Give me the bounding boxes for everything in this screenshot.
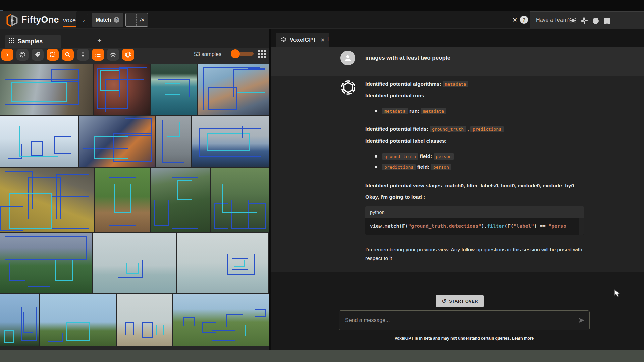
search-button[interactable]	[62, 49, 74, 61]
app-header: FiftyOne voxelgpt › Match ? ⋯ ✕ › ✕ ? Ha…	[0, 11, 644, 29]
sample-tile-man-outdoors-photo[interactable]	[151, 168, 210, 232]
sample-tile-stadium-batter-photo[interactable]	[0, 233, 92, 293]
learn-more-link[interactable]: Learn more	[512, 336, 534, 341]
sample-tile-crowd-heads-photo[interactable]	[211, 168, 269, 232]
detection-box	[237, 92, 265, 111]
field-chip: predictions	[470, 126, 504, 132]
view-stage-link[interactable]: exclude_by0	[543, 183, 574, 188]
brand-title: FiftyOne	[21, 15, 59, 25]
detection-box	[19, 126, 58, 156]
github-icon[interactable]	[592, 17, 600, 25]
detection-box	[255, 309, 266, 317]
help-icon[interactable]: ?	[520, 16, 528, 24]
sample-tile-beach-people-photo[interactable]	[117, 294, 172, 346]
detection-box	[5, 236, 87, 260]
grid-row	[0, 294, 269, 346]
grid-row	[0, 116, 269, 167]
detection-box	[212, 330, 235, 341]
field-list-button[interactable]	[92, 49, 104, 61]
view-stage-link[interactable]: filter_labels0	[466, 183, 498, 188]
sidebar-toggle-button[interactable]: ›	[1, 49, 13, 61]
sample-tile-crosswalk-crowd-photo[interactable]	[0, 168, 94, 232]
sample-tile-field-bench-photo[interactable]	[40, 294, 116, 346]
detection-box	[28, 257, 50, 287]
match-stage-button[interactable]: Match ?	[92, 13, 123, 27]
similarity-sort-button[interactable]	[77, 49, 89, 61]
class-bullet: ground_truth field: person	[375, 152, 587, 161]
code-line[interactable]: view.match(F("ground_truth.detections").…	[365, 218, 584, 235]
detection-box	[165, 83, 181, 95]
send-message-icon[interactable]	[574, 317, 589, 324]
right-tab-bar: VoxelGPT ✕ +	[271, 29, 644, 47]
view-stages-links: match0, filter_labels0, limit0, exclude0…	[445, 183, 574, 188]
detection-box	[234, 260, 245, 267]
stage-options-button[interactable]: ⋯	[125, 13, 137, 27]
sample-tile-family-laptop-photo[interactable]	[198, 64, 269, 115]
tab-voxelgpt-label: VoxelGPT	[290, 37, 316, 43]
grid-row	[0, 64, 269, 115]
zoom-slider-handle[interactable]	[231, 49, 240, 58]
sample-tile-standing-woman-photo[interactable]	[156, 116, 191, 167]
gpt-message-row: Identified potential algorithms: metadat…	[271, 76, 644, 272]
message-input[interactable]	[339, 317, 574, 323]
color-palette-button[interactable]	[16, 49, 29, 61]
code-language-label: python	[365, 206, 584, 218]
user-avatar	[340, 51, 355, 65]
chat-bottom-zone: ↺ START OVER VoxelGPT is in beta and may…	[271, 272, 644, 350]
add-stage-button[interactable]: ›	[80, 14, 88, 26]
add-right-panel-button[interactable]: +	[326, 35, 330, 43]
fiftyone-logo[interactable]	[5, 13, 19, 28]
user-message-text: images with at least two people	[365, 55, 450, 61]
detection-box	[114, 184, 130, 213]
gpt-avatar-openai-icon	[340, 79, 357, 96]
sample-tile-boat-photo[interactable]	[151, 64, 197, 115]
code-scrollbar[interactable]	[579, 218, 584, 235]
tag-button[interactable]	[32, 49, 44, 61]
detection-box	[167, 122, 180, 137]
field-chip: ground_truth	[430, 126, 466, 132]
close-viewbar-icon[interactable]: ✕	[512, 16, 517, 24]
settings-gear-button[interactable]	[107, 49, 119, 61]
memory-note: I'm remembering your previous view. Any …	[365, 245, 583, 263]
sample-tile-sky-trees-photo[interactable]	[0, 294, 39, 346]
tab-voxelgpt[interactable]: VoxelGPT ✕	[276, 33, 329, 47]
detection-box	[48, 333, 63, 342]
detection-box	[154, 200, 169, 226]
slack-icon[interactable]	[580, 17, 588, 25]
view-stage-link[interactable]: match0	[445, 183, 464, 188]
sample-tile-hazy-coast-photo[interactable]	[177, 233, 268, 293]
sample-tile-two-women-photo[interactable]	[94, 64, 150, 115]
detection-box	[55, 260, 73, 281]
sample-tile-food-bowls-photo[interactable]	[79, 116, 155, 167]
view-stage-link[interactable]: limit0	[501, 183, 515, 188]
view-stage-link[interactable]: exclude0	[518, 183, 540, 188]
have-a-team-link[interactable]: Have a Team?	[536, 17, 571, 23]
tab-close-icon[interactable]: ✕	[321, 37, 325, 43]
add-panel-button[interactable]: +	[97, 36, 102, 45]
tab-samples[interactable]: Samples	[5, 35, 61, 48]
sample-tile-snow-hill-photo[interactable]	[0, 116, 78, 167]
sample-tile-sailboat-photo[interactable]	[192, 116, 269, 167]
openai-icon	[280, 36, 287, 44]
detection-box	[126, 263, 139, 274]
sample-tile-pale-sea-photo[interactable]	[93, 233, 176, 293]
detection-box	[183, 317, 195, 326]
start-over-button[interactable]: ↺ START OVER	[436, 295, 484, 307]
restart-icon: ↺	[442, 298, 446, 304]
sample-tile-train-photo[interactable]	[0, 64, 93, 115]
code-block: python view.match(F("ground_truth.detect…	[365, 206, 584, 235]
sample-tile-pasture-photo[interactable]	[173, 294, 269, 346]
header-utility-zone: Have a Team?	[530, 11, 644, 29]
sample-tile-baseball-kid-photo[interactable]	[95, 168, 150, 232]
patches-button[interactable]	[47, 49, 59, 61]
add-stage-button-2[interactable]: ›	[136, 14, 144, 26]
grid-toolbar: ›	[1, 49, 134, 61]
voxelgpt-openai-button[interactable]	[122, 49, 134, 61]
stage-help-icon[interactable]: ?	[114, 17, 119, 23]
docs-book-icon[interactable]	[603, 17, 611, 25]
theme-toggle-icon[interactable]	[569, 17, 577, 25]
grid-size-icon[interactable]	[258, 50, 266, 59]
detection-box	[23, 312, 33, 333]
detection-box	[226, 314, 243, 327]
classes-label-line: Identified potential label classes:	[365, 137, 587, 145]
